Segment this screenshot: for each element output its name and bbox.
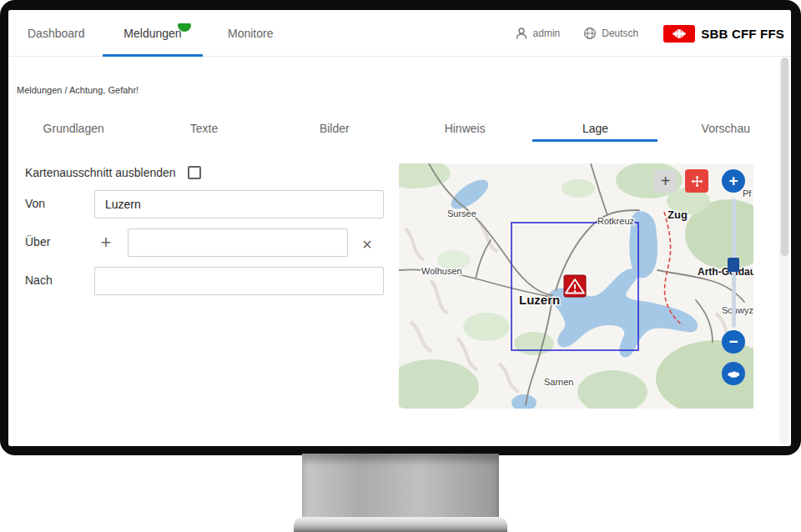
nav-item-dashboard[interactable]: Dashboard bbox=[28, 10, 85, 57]
monitor-stand-base bbox=[294, 517, 507, 532]
language-label: Deutsch bbox=[602, 28, 638, 39]
navbar-right: admin Deutsch bbox=[491, 10, 784, 57]
clear-via-button[interactable]: ✕ bbox=[358, 235, 376, 253]
zoom-out-button[interactable]: − bbox=[722, 330, 745, 354]
tab-grundlagen[interactable]: Grundlagen bbox=[8, 115, 139, 142]
reset-extent-button[interactable] bbox=[722, 362, 745, 385]
zoom-in-button[interactable]: + bbox=[722, 169, 745, 193]
von-input[interactable] bbox=[94, 190, 384, 218]
zoom-slider-handle[interactable] bbox=[728, 258, 739, 272]
top-navbar: Dashboard Meldungen Monitore admin bbox=[8, 10, 791, 57]
map-label-arth-goldau: Arth-Goldau bbox=[698, 266, 753, 278]
map-label-luzern: Luzern bbox=[519, 293, 560, 307]
monitor-screen: Dashboard Meldungen Monitore admin bbox=[8, 10, 791, 446]
sbb-logo: SBB CFF FFS bbox=[663, 25, 784, 43]
nach-label: Nach bbox=[25, 274, 53, 287]
map-label-pf: Pf bbox=[743, 188, 752, 198]
move-icon bbox=[690, 174, 704, 188]
tab-texte[interactable]: Texte bbox=[139, 115, 269, 142]
user-icon bbox=[515, 27, 528, 40]
map-label-wolhusen: Wolhusen bbox=[421, 266, 462, 276]
nach-input[interactable] bbox=[94, 267, 384, 295]
page: Dashboard Meldungen Monitore admin bbox=[0, 0, 801, 532]
globe-icon bbox=[583, 27, 597, 40]
nav-item-monitore[interactable]: Monitore bbox=[228, 10, 273, 57]
map-label-schwyz: Schwyz bbox=[722, 305, 753, 315]
map-label-rotkreuz: Rotkreuz bbox=[597, 216, 634, 226]
map-label-sarnen: Sarnen bbox=[544, 377, 573, 387]
von-label: Von bbox=[25, 197, 45, 210]
map-label-zug: Zug bbox=[668, 208, 688, 221]
ueber-input[interactable] bbox=[128, 228, 348, 257]
warning-marker[interactable] bbox=[564, 275, 586, 297]
scrollbar-thumb[interactable] bbox=[781, 58, 788, 256]
nav-item-meldungen[interactable]: Meldungen bbox=[103, 10, 203, 57]
hide-map-label: Kartenausschnitt ausblenden bbox=[25, 166, 176, 179]
sbb-logo-text: SBB CFF FFS bbox=[701, 27, 784, 41]
hide-map-checkbox[interactable] bbox=[188, 166, 201, 179]
language-menu[interactable]: Deutsch bbox=[583, 27, 638, 40]
monitor-stand-neck bbox=[302, 454, 499, 519]
add-via-button[interactable]: + bbox=[97, 233, 115, 252]
map-pan-button[interactable] bbox=[685, 169, 708, 193]
user-menu[interactable]: admin bbox=[515, 27, 561, 40]
hide-map-row: Kartenausschnitt ausblenden bbox=[25, 166, 201, 179]
tab-bar: Grundlagen Texte Bilder Hinweis Lage Vor… bbox=[8, 115, 791, 142]
map-canvas: Sursee Rotkreuz Zug Wolhusen Luzern Arth… bbox=[399, 163, 753, 409]
switzerland-icon bbox=[726, 369, 741, 379]
map[interactable]: Sursee Rotkreuz Zug Wolhusen Luzern Arth… bbox=[399, 163, 753, 409]
tab-bilder[interactable]: Bilder bbox=[270, 115, 400, 142]
user-label: admin bbox=[533, 28, 561, 39]
sbb-logo-icon bbox=[663, 25, 695, 43]
tab-hinweis[interactable]: Hinweis bbox=[400, 115, 530, 142]
breadcrumb: Meldungen / Achtung, Gefahr! bbox=[17, 85, 139, 95]
tab-lage[interactable]: Lage bbox=[530, 115, 660, 142]
map-overview-button[interactable]: + bbox=[654, 170, 677, 193]
ueber-label: Über bbox=[25, 235, 50, 248]
map-label-sursee: Sursee bbox=[447, 208, 476, 218]
tab-vorschau[interactable]: Vorschau bbox=[661, 115, 791, 142]
